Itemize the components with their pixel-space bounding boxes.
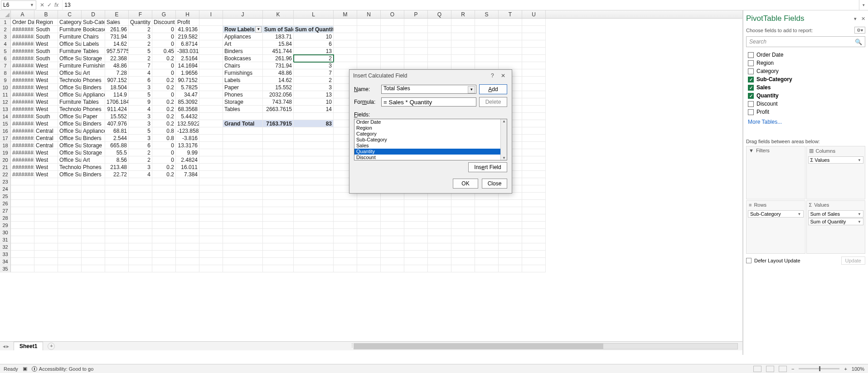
cell-I31[interactable] <box>199 236 223 243</box>
cell-C5[interactable]: Furniture <box>58 48 82 55</box>
cell-A23[interactable] <box>11 178 34 185</box>
cell-A14[interactable]: ######## <box>11 113 34 120</box>
cell-H33[interactable] <box>176 251 199 258</box>
cell-K32[interactable] <box>263 243 294 251</box>
formula-input[interactable]: 13 <box>62 0 859 10</box>
cell-A32[interactable] <box>11 243 34 251</box>
cell-R28[interactable] <box>451 214 475 222</box>
area-pill-sum-of-sales[interactable]: Sum of Sales▼ <box>808 210 864 218</box>
cell-G15[interactable]: 0.2 <box>152 120 176 127</box>
cell-F15[interactable]: 3 <box>129 120 152 127</box>
cell-Q3[interactable] <box>428 33 451 40</box>
cell-I18[interactable] <box>199 142 223 149</box>
cell-U32[interactable] <box>522 243 546 251</box>
cell-A22[interactable]: ######## <box>11 171 34 178</box>
cell-C24[interactable] <box>58 185 82 193</box>
cell-J13[interactable]: Tables <box>223 106 263 113</box>
cell-A10[interactable]: ######## <box>11 84 34 91</box>
cell-G16[interactable]: 0.8 <box>152 127 176 135</box>
cell-B1[interactable]: Region <box>34 19 58 26</box>
cell-K22[interactable] <box>263 171 294 178</box>
cell-H8[interactable]: 1.9656 <box>176 69 199 77</box>
cell-T25[interactable] <box>499 193 522 200</box>
chevron-down-icon[interactable]: ▼ <box>30 3 34 7</box>
cell-I15[interactable] <box>199 120 223 127</box>
cell-M1[interactable] <box>334 19 357 26</box>
cell-F3[interactable]: 3 <box>129 33 152 40</box>
cell-I21[interactable] <box>199 164 223 171</box>
row-header-2[interactable]: 2 <box>0 26 11 33</box>
cell-H20[interactable]: 2.4824 <box>176 156 199 164</box>
cell-M5[interactable] <box>334 48 357 55</box>
cell-G6[interactable]: 0.2 <box>152 55 176 62</box>
cell-T33[interactable] <box>499 251 522 258</box>
cell-I1[interactable] <box>199 19 223 26</box>
cell-M4[interactable] <box>334 40 357 48</box>
cell-O32[interactable] <box>381 243 404 251</box>
field-option-quantity[interactable]: Quantity <box>354 149 507 155</box>
cell-L5[interactable]: 13 <box>294 48 334 55</box>
cell-A3[interactable]: ######## <box>11 33 34 40</box>
cell-K20[interactable] <box>263 156 294 164</box>
cell-N5[interactable] <box>357 48 381 55</box>
cell-L22[interactable] <box>294 171 334 178</box>
row-header-31[interactable]: 31 <box>0 236 11 243</box>
cell-C19[interactable]: Office Sup <box>58 149 82 156</box>
cell-C25[interactable] <box>58 193 82 200</box>
tab-nav-prev-icon[interactable]: ◂ <box>3 343 5 349</box>
area-pill-sub-category[interactable]: Sub-Category▼ <box>748 210 804 218</box>
cell-F16[interactable]: 5 <box>129 127 152 135</box>
normal-view-button[interactable] <box>753 366 761 372</box>
cell-D35[interactable] <box>82 265 105 272</box>
cell-P2[interactable] <box>404 26 428 33</box>
cell-C34[interactable] <box>58 258 82 265</box>
cell-C18[interactable]: Office Sup <box>58 142 82 149</box>
cell-T35[interactable] <box>499 265 522 272</box>
cell-J3[interactable]: Appliances <box>223 33 263 40</box>
cell-E14[interactable]: 15.552 <box>105 113 129 120</box>
cell-S4[interactable] <box>475 40 499 48</box>
cell-G30[interactable] <box>152 229 176 236</box>
cell-D26[interactable] <box>82 200 105 207</box>
cell-S28[interactable] <box>475 214 499 222</box>
field-category[interactable]: Category <box>746 67 865 75</box>
cell-H31[interactable] <box>176 236 199 243</box>
cell-K9[interactable]: 14.62 <box>263 77 294 84</box>
cell-S26[interactable] <box>475 200 499 207</box>
cell-B16[interactable]: Central <box>34 127 58 135</box>
cell-A21[interactable]: ######## <box>11 164 34 171</box>
cell-T7[interactable] <box>499 62 522 69</box>
cell-C21[interactable]: Technolog <box>58 164 82 171</box>
cell-L16[interactable] <box>294 127 334 135</box>
cell-P1[interactable] <box>404 19 428 26</box>
zoom-out-button[interactable]: − <box>791 366 794 372</box>
cell-L32[interactable] <box>294 243 334 251</box>
cell-K31[interactable] <box>263 236 294 243</box>
cell-C16[interactable]: Office Sup <box>58 127 82 135</box>
cell-P5[interactable] <box>404 48 428 55</box>
cell-U3[interactable] <box>522 33 546 40</box>
cell-H18[interactable]: 13.3176 <box>176 142 199 149</box>
cell-B28[interactable] <box>34 214 58 222</box>
cell-A5[interactable]: ######## <box>11 48 34 55</box>
cell-D16[interactable]: Appliance <box>82 127 105 135</box>
cell-K21[interactable] <box>263 164 294 171</box>
cell-P33[interactable] <box>404 251 428 258</box>
cell-F17[interactable]: 3 <box>129 135 152 142</box>
cell-H22[interactable]: 7.384 <box>176 171 199 178</box>
cell-N30[interactable] <box>357 229 381 236</box>
cell-G10[interactable]: 0.2 <box>152 84 176 91</box>
cell-T4[interactable] <box>499 40 522 48</box>
cell-I11[interactable] <box>199 91 223 98</box>
cell-N2[interactable] <box>357 26 381 33</box>
cell-E11[interactable]: 114.9 <box>105 91 129 98</box>
cell-R31[interactable] <box>451 236 475 243</box>
cell-S30[interactable] <box>475 229 499 236</box>
cell-F30[interactable] <box>129 229 152 236</box>
cell-B22[interactable]: West <box>34 171 58 178</box>
field-option-sub-category[interactable]: Sub-Category <box>354 137 507 143</box>
cell-P32[interactable] <box>404 243 428 251</box>
cell-L18[interactable] <box>294 142 334 149</box>
cell-M28[interactable] <box>334 214 357 222</box>
cell-D29[interactable] <box>82 222 105 229</box>
